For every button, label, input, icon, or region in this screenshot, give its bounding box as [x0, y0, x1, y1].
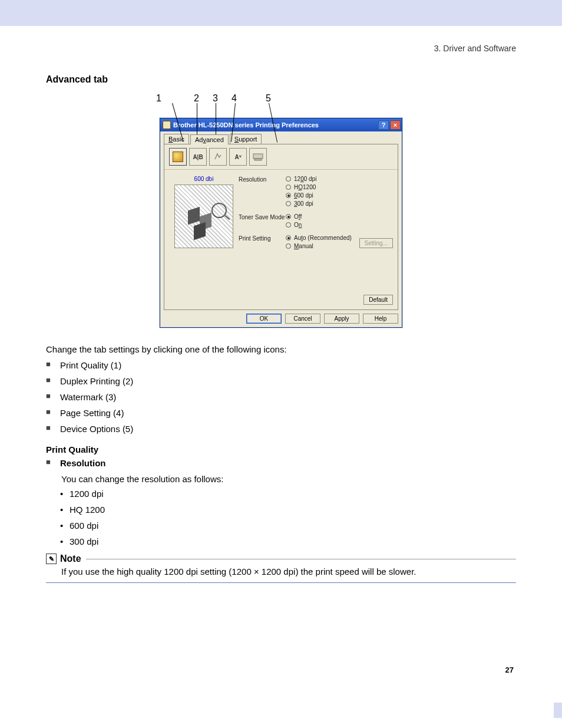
toolbar-duplex-icon[interactable]: A|B — [189, 148, 207, 166]
toner-save-label: Toner Save Mode — [239, 213, 286, 230]
page-number: 27 — [46, 666, 516, 674]
list-item: 1200 dpi — [60, 487, 516, 500]
resolution-label: Resolution — [239, 176, 286, 209]
default-button[interactable]: Default — [363, 295, 393, 305]
section-heading: Advanced tab — [46, 74, 516, 85]
intro-text: Change the tab settings by clicking one … — [46, 343, 516, 355]
preview-resolution-label: 600 dbi — [169, 176, 239, 182]
printing-preferences-dialog: Brother HL-5250DN series Printing Prefer… — [160, 118, 402, 328]
note-label: Note — [60, 554, 81, 564]
list-item: Device Options (5) — [46, 423, 516, 435]
note-icon: ✎ — [46, 554, 57, 564]
list-item: Duplex Printing (2) — [46, 375, 516, 387]
app-icon — [163, 121, 171, 129]
tab-basic[interactable]: Basic — [164, 134, 189, 144]
list-item: Page Setting (4) — [46, 407, 516, 419]
radio-hq1200[interactable]: HQ 1200 — [286, 184, 393, 190]
callout-numbers: 1 2 3 4 5 — [160, 93, 402, 118]
list-item: HQ 1200 — [60, 503, 516, 516]
list-item: 600 dpi — [60, 519, 516, 532]
svg-rect-1 — [254, 159, 262, 160]
magnifier-icon — [211, 203, 227, 218]
print-setting-label: Print Setting — [239, 235, 286, 251]
toolbar-page-setting-icon[interactable]: Aᵛ — [229, 148, 247, 166]
radio-1200dpi[interactable]: 1200 dpi — [286, 176, 393, 182]
ok-button[interactable]: OK — [246, 314, 282, 324]
preview-image — [174, 185, 233, 248]
dialog-titlebar[interactable]: Brother HL-5250DN series Printing Prefer… — [160, 118, 402, 131]
radio-toner-on[interactable]: On — [286, 222, 393, 228]
list-item: Print Quality (1) — [46, 359, 516, 371]
toolbar-device-options-icon[interactable] — [249, 148, 267, 166]
resolution-intro: You can change the resolution as follows… — [61, 473, 516, 485]
radio-600dpi[interactable]: 600 dpi — [286, 192, 393, 199]
rule — [86, 559, 516, 559]
print-quality-heading: Print Quality — [46, 444, 516, 454]
tab-advanced[interactable]: Advanced — [190, 134, 229, 144]
window-close-icon[interactable]: × — [390, 120, 401, 130]
list-item: Watermark (3) — [46, 391, 516, 403]
radio-300dpi[interactable]: 300 dpi — [286, 200, 393, 207]
cancel-button[interactable]: Cancel — [285, 314, 320, 324]
rule — [46, 582, 516, 583]
tab-support[interactable]: Support — [230, 134, 262, 144]
toolbar-watermark-icon[interactable] — [209, 148, 227, 166]
toolbar-print-quality-icon[interactable] — [169, 148, 187, 166]
svg-rect-0 — [253, 154, 263, 159]
resolution-heading: Resolution — [46, 457, 516, 469]
window-help-icon[interactable]: ? — [378, 120, 389, 130]
help-button[interactable]: Help — [363, 314, 398, 324]
setting-button[interactable]: Setting... — [359, 238, 393, 248]
radio-auto[interactable]: Auto (Recommended) — [286, 235, 352, 241]
apply-button[interactable]: Apply — [324, 314, 359, 324]
radio-toner-off[interactable]: Off — [286, 213, 393, 220]
chapter-label: 3. Driver and Software — [46, 44, 516, 53]
list-item: 300 dpi — [60, 535, 516, 548]
radio-manual[interactable]: Manual — [286, 243, 352, 249]
top-bar — [0, 0, 562, 26]
note-body: If you use the high quality 1200 dpi set… — [61, 566, 516, 577]
dialog-title: Brother HL-5250DN series Printing Prefer… — [173, 121, 319, 129]
